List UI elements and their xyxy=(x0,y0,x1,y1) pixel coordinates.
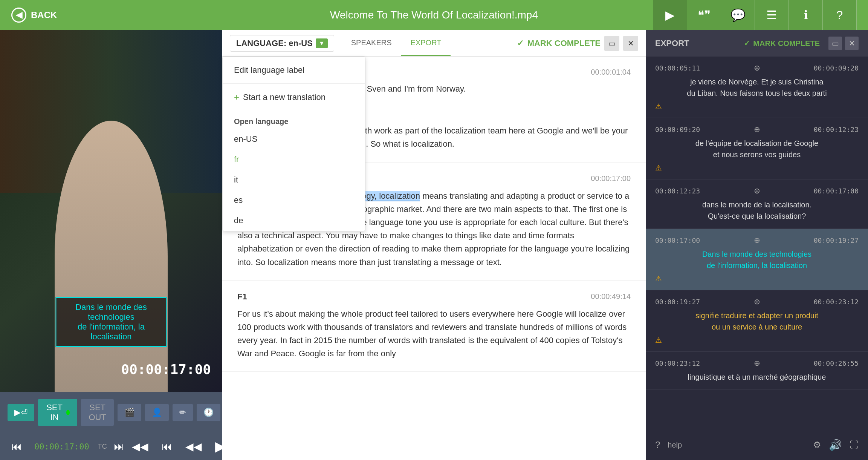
export-label: EXPORT xyxy=(655,38,689,48)
set-in-button[interactable]: SET IN xyxy=(38,399,77,426)
sub-end-2: 00:00:17:00 xyxy=(814,187,859,195)
block-text-3[interactable]: For us it's about making the whole produ… xyxy=(237,307,631,360)
pencil-icon-btn[interactable]: ✏ xyxy=(173,404,193,421)
main-area: Dans le monde des technologies de l'info… xyxy=(0,30,868,460)
tc-label: TC xyxy=(98,443,107,451)
sub-start-3: 00:00:17:00 xyxy=(655,236,700,244)
block-time-2: 00:00:17:00 xyxy=(591,174,631,183)
current-timecode: 00:00:17:00 xyxy=(29,440,95,453)
volume-icon[interactable]: 🔊 xyxy=(829,439,842,451)
lang-option-es[interactable]: es xyxy=(223,190,365,210)
quote-nav-icon[interactable]: ❝❞ xyxy=(687,0,721,30)
block-meta-3: F1 00:00:49:14 xyxy=(237,292,631,302)
play-nav-icon[interactable]: ▶ xyxy=(653,0,687,30)
lang-option-it[interactable]: it xyxy=(223,170,365,190)
sub-add-icon-0[interactable]: ⊕ xyxy=(754,63,760,72)
subtitle-minimize-btn[interactable]: ▭ xyxy=(828,37,842,50)
transcript-block-3: F1 00:00:49:14 For us it's about making … xyxy=(222,281,646,372)
video-panel: Dans le monde des technologies de l'info… xyxy=(0,30,222,460)
edit-language-label-option[interactable]: Edit language label xyxy=(223,57,365,84)
lang-option-en-us-label: en-US xyxy=(234,134,257,144)
lang-dropdown-arrow: ▼ xyxy=(316,38,328,48)
lang-option-it-label: it xyxy=(234,175,238,184)
tab-export[interactable]: EXPORT xyxy=(401,30,451,56)
sub-text-4[interactable]: signifie traduire et adapter un produit … xyxy=(655,310,859,333)
sub-end-0: 00:00:09:20 xyxy=(814,64,859,72)
lang-option-de[interactable]: de xyxy=(223,210,365,231)
sub-times-1: 00:00:09:20 ⊕ 00:00:12:23 xyxy=(655,125,859,134)
sub-add-icon-5[interactable]: ⊕ xyxy=(754,359,760,368)
minimize-btn[interactable]: ▭ xyxy=(604,36,619,51)
language-selector[interactable]: LANGUAGE: en-US ▼ xyxy=(230,35,334,52)
open-language-title: Open language xyxy=(223,111,365,129)
user-icon-btn[interactable]: 👤 xyxy=(145,404,169,421)
sub-end-5: 00:00:26:55 xyxy=(814,359,859,367)
sub-text-1[interactable]: de l'équipe de localisation de Google et… xyxy=(655,138,859,160)
set-out-button[interactable]: SET OUT xyxy=(81,399,113,426)
sub-add-icon-3[interactable]: ⊕ xyxy=(754,236,760,245)
close-btn[interactable]: ✕ xyxy=(623,36,638,51)
skip-back-btn[interactable]: ⏮ xyxy=(158,439,176,455)
language-label: LANGUAGE: en-US xyxy=(236,38,313,48)
subtitle-mark-complete-button[interactable]: ✓ MARK COMPLETE xyxy=(744,39,820,48)
tab-speakers[interactable]: SPEAKERS xyxy=(342,30,401,56)
subtitle-item-3: 00:00:17:00 ⊕ 00:00:19:27 Dans le monde … xyxy=(646,229,868,290)
subtitle-list: 00:00:05:11 ⊕ 00:00:09:20 je viens de No… xyxy=(646,57,868,429)
subtitle-item-5: 00:00:23:12 ⊕ 00:00:26:55 linguistique e… xyxy=(646,352,868,390)
back-icon: ◀ xyxy=(11,8,26,23)
fullscreen-icon[interactable]: ⛶ xyxy=(850,440,859,450)
sub-start-5: 00:00:23:12 xyxy=(655,359,700,367)
clock-icon-btn[interactable]: 🕐 xyxy=(197,404,220,421)
speaker-3: F1 xyxy=(237,292,247,302)
comment-nav-icon[interactable]: 💬 xyxy=(721,0,755,30)
sub-add-icon-1[interactable]: ⊕ xyxy=(754,125,760,134)
sub-times-0: 00:00:05:11 ⊕ 00:00:09:20 xyxy=(655,63,859,72)
mark-complete-label: MARK COMPLETE xyxy=(527,38,601,48)
subtitle-overlay: Dans le monde des technologies de l'info… xyxy=(56,297,167,347)
set-out-label: SET OUT xyxy=(89,403,106,422)
sub-text-5[interactable]: linguistique et à un marché géographique xyxy=(655,371,859,383)
sub-text-3[interactable]: Dans le monde des technologies de l'info… xyxy=(655,248,859,271)
header-actions: ▭ ✕ xyxy=(604,36,638,51)
help-question-icon[interactable]: ? xyxy=(655,440,660,450)
info-nav-icon[interactable]: ℹ xyxy=(789,0,823,30)
sub-end-4: 00:00:23:12 xyxy=(814,298,859,306)
lang-option-en-us[interactable]: en-US xyxy=(223,129,365,149)
sub-text-2[interactable]: dans le monde de la localisation. Qu'est… xyxy=(655,199,859,222)
sub-times-5: 00:00:23:12 ⊕ 00:00:26:55 xyxy=(655,359,859,368)
sub-add-icon-4[interactable]: ⊕ xyxy=(754,297,760,306)
plus-icon: + xyxy=(234,92,239,103)
sub-start-0: 00:00:05:11 xyxy=(655,64,700,72)
clip-icon-btn[interactable]: 🎬 xyxy=(118,404,141,421)
sub-mark-complete-label: MARK COMPLETE xyxy=(753,39,820,48)
language-dropdown-menu: Edit language label + Start a new transl… xyxy=(222,57,365,231)
frame-back-btn[interactable]: ⏮ xyxy=(8,439,26,455)
tab-speakers-label: SPEAKERS xyxy=(351,38,392,47)
back-button[interactable]: ◀ BACK xyxy=(11,8,57,23)
lang-option-fr[interactable]: fr xyxy=(223,149,365,170)
sub-times-4: 00:00:19:27 ⊕ 00:00:23:12 xyxy=(655,297,859,306)
video-placeholder: Dans le monde des technologies de l'info… xyxy=(0,30,222,392)
block-time-3: 00:00:49:14 xyxy=(591,292,631,301)
mark-complete-button[interactable]: ✓ MARK COMPLETE xyxy=(517,38,601,48)
subtitle-item-0: 00:00:05:11 ⊕ 00:00:09:20 je viens de No… xyxy=(646,57,868,118)
sub-add-icon-2[interactable]: ⊕ xyxy=(754,186,760,195)
subtitle-close-btn[interactable]: ✕ xyxy=(845,37,859,50)
subtitle-panel: EXPORT ✓ MARK COMPLETE ▭ ✕ 00:00:05:11 ⊕… xyxy=(646,30,868,460)
settings-icon[interactable]: ⚙ xyxy=(813,440,821,450)
sub-times-2: 00:00:12:23 ⊕ 00:00:17:00 xyxy=(655,186,859,195)
play-set-in-combined-btn[interactable]: ▶⏎ xyxy=(8,404,34,421)
sub-check-icon: ✓ xyxy=(744,39,750,48)
back-label: BACK xyxy=(31,10,57,20)
sub-warning-0: ⚠ xyxy=(655,102,859,111)
timecode-left-area: ⏮ 00:00:17:00 TC ⏭ xyxy=(8,439,128,455)
new-translation-option[interactable]: + Start a new translation xyxy=(223,84,365,111)
prev-subtitle-btn[interactable]: ◀◀ xyxy=(128,439,152,455)
frame-forward-btn[interactable]: ⏭ xyxy=(110,439,128,455)
sub-text-0[interactable]: je viens de Norvège. Et je suis Christin… xyxy=(655,76,859,99)
help-nav-icon[interactable]: ? xyxy=(823,0,857,30)
rewind-btn[interactable]: ◀◀ xyxy=(182,439,206,455)
block-time-0: 00:00:01:04 xyxy=(591,68,631,77)
person-body xyxy=(55,121,168,392)
list-nav-icon[interactable]: ☰ xyxy=(755,0,789,30)
